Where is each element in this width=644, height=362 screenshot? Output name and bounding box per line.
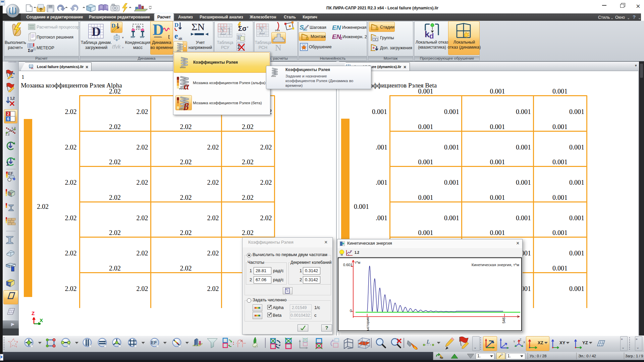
svg-text:1: 1 — [6, 161, 9, 167]
svg-text:D: D — [174, 22, 178, 28]
svg-text:d: d — [429, 32, 434, 39]
svg-text:Y: Y — [513, 340, 515, 343]
svg-text:6: 6 — [7, 117, 9, 121]
svg-text:D: D — [153, 22, 164, 38]
svg-text:1: 1 — [348, 253, 350, 256]
svg-text:№: № — [440, 356, 443, 359]
svg-text:Z: Z — [520, 339, 522, 341]
svg-text:Σ1: Σ1 — [220, 25, 232, 37]
svg-text:t: t — [168, 33, 170, 40]
svg-text:m: m — [136, 24, 141, 29]
svg-text:L: L — [426, 339, 430, 345]
svg-text:1,2: 1,2 — [10, 97, 15, 100]
svg-text:EF: EF — [151, 340, 157, 345]
svg-text:k: k — [425, 29, 430, 39]
svg-text:α: α — [184, 81, 190, 90]
svg-text:X: X — [40, 317, 43, 323]
svg-text:X: X — [523, 341, 525, 344]
svg-text:e: e — [174, 33, 178, 40]
svg-text:Z: Z — [32, 310, 35, 316]
svg-text:Σσ: Σσ — [238, 25, 246, 32]
svg-text:tep: tep — [303, 28, 307, 31]
svg-text:ΣN: ΣN — [192, 23, 205, 32]
svg-text:β: β — [183, 102, 189, 110]
svg-text:21: 21 — [31, 67, 34, 69]
svg-text:D: D — [92, 24, 101, 39]
svg-text:Σ: Σ — [259, 24, 265, 37]
svg-text:2: 2 — [350, 250, 352, 253]
